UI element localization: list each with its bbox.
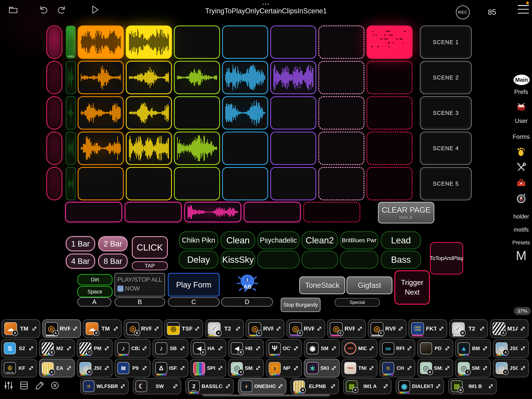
sidebar-compass-icon[interactable] [516,193,526,204]
tone-preset-bass[interactable]: Bass [381,251,421,268]
clip-slot[interactable] [174,61,220,94]
clip-slot[interactable] [367,25,412,59]
space-button[interactable]: Space [77,286,113,297]
clip-slot[interactable] [78,167,124,200]
track-monitor[interactable]: Aida [66,25,76,59]
track-monitor[interactable] [66,167,76,200]
sidebar-tools-icon[interactable] [516,162,526,173]
to-top-and-play-button[interactable]: ToTopAndPlay [430,242,463,274]
plugin-chip-rvrb[interactable]: ◎FRVRB [368,319,406,338]
clip-slot[interactable] [78,96,124,130]
track-monitor[interactable] [66,96,76,130]
track-monitor[interactable] [66,132,76,165]
plugin-chip-rvrb[interactable]: ◎BRVRB [124,319,162,338]
plugin-chip-t2[interactable]: ✓BT2 [449,319,488,338]
plugin-chip-cb2[interactable]: ♪CB2 [115,339,150,358]
plugin-chip-ea[interactable]: AEA [39,359,75,377]
plugin-chip-jso[interactable]: ☺CJSO [493,359,529,377]
scene-button-2[interactable]: SCENE 2 [420,61,472,94]
clip-slot[interactable] [318,25,364,59]
plugin-chip-sm[interactable]: ◉SM [304,339,340,358]
clip-slot[interactable] [126,96,172,130]
clip-slot[interactable] [318,167,364,200]
clip-launcher[interactable] [46,132,62,165]
plugin-chip-tng[interactable]: TINGTNG [342,359,377,377]
plugin-chip-tm[interactable]: ☁BTM [83,319,122,338]
clip-launcher[interactable] [46,25,62,59]
sidebar-item-presets[interactable]: Presets [510,240,532,246]
sidebar-item-forms[interactable]: Forms [510,133,532,140]
clip-slot[interactable] [367,61,412,94]
trigger-next-button[interactable]: Trigger Next [394,270,430,305]
plugin-chip-oct[interactable]: ΨOCT [266,339,302,358]
tap-button[interactable]: TAP [132,261,168,270]
scene-button-3[interactable]: SCENE 3 [420,96,472,130]
plugin-chip-rvrb[interactable]: ◎DRVRB [286,319,325,338]
clip-slot[interactable] [270,61,316,94]
play-form-button[interactable]: Play Form [168,273,220,297]
clip-slot[interactable] [174,25,220,59]
plugin-chip-tspm[interactable]: ◎TSPM [164,319,203,338]
sidebar-drum-icon[interactable] [516,102,526,113]
bottom-clip-slot[interactable] [244,202,301,222]
group-button-b[interactable]: B [114,297,165,307]
plugin-chip-tm[interactable]: ☁ATM [1,319,40,338]
clip-slot[interactable] [270,167,316,200]
tone-preset-empty[interactable] [257,251,299,268]
tone-preset-kisssky[interactable]: KissSky [221,251,255,268]
tone-preset-clean2[interactable]: Clean2 [302,231,338,249]
tone-preset-lead[interactable]: Lead [381,231,421,249]
plugin-chip-hb[interactable]: ◀BHB [228,339,264,358]
tempo-value[interactable]: 85 [483,8,501,16]
clip-slot[interactable] [78,25,124,59]
clip-slot[interactable] [367,167,412,200]
plugin-chip-sm2[interactable]: ◎ASM2 [228,359,264,377]
plugin-chip-sm2[interactable]: ◎BSM2 [417,359,453,377]
plugin-chip-ch[interactable]: ≡CH [380,359,415,377]
plugin-chip-m2[interactable]: BM2 [39,339,75,358]
plugin-chip-sb[interactable]: ♪SB [152,339,188,358]
plugin-chip-skk[interactable]: ∗SKK [304,359,340,377]
home-indicator[interactable] [202,394,330,397]
scene-button-1[interactable]: SCENE 1 [420,25,472,59]
clip-slot[interactable] [174,96,220,130]
sidebar-item-motifs[interactable]: motifs [510,227,532,233]
dirt-button[interactable]: Dirt [77,274,113,285]
plugin-chip-t2[interactable]: ✓AT2 [205,319,244,338]
clip-launcher[interactable] [46,96,62,130]
clip-slot[interactable] [270,96,316,130]
plugin-chip-bm[interactable]: ▲BM [455,339,491,358]
gigfast-button[interactable]: Gigfast [346,276,393,294]
clip-slot[interactable] [222,132,268,165]
sidebar-item-prefs[interactable]: Prefs [510,89,532,95]
plugin-chip-mid[interactable]: MIDIMID [342,339,377,358]
plugin-chip-spc[interactable]: SPC [190,359,226,377]
plugin-chip-p9[interactable]: ≋P9 [115,359,150,377]
group-button-a[interactable]: A [77,297,111,307]
bottom-clip-slot[interactable] [65,202,122,222]
sidebar-toolbox-icon[interactable] [516,177,526,188]
clip-slot[interactable] [126,132,172,165]
clip-launcher[interactable] [46,61,62,94]
stop-burgandy-button[interactable]: Stop Burgandy [281,298,321,312]
clip-slot[interactable] [318,61,364,94]
tone-preset-empty[interactable] [340,251,378,268]
tone-preset-britblues-pwr[interactable]: BritBlues Pwr [340,231,378,249]
plugin-chip-jso[interactable]: ☺AJSO [493,339,529,358]
tone-preset-chikn-pikn[interactable]: Chikn Pikn [179,231,218,249]
group-button-d[interactable]: D [221,297,273,307]
clip-slot[interactable] [126,61,172,94]
scene-button-4[interactable]: SCENE 4 [420,132,472,165]
loop-length-2-bar[interactable]: 2 Bar [98,236,127,251]
loop-length-4-bar[interactable]: 4 Bar [66,254,95,269]
plugin-chip-m1a[interactable]: AM1A [490,319,529,338]
clip-slot[interactable] [270,25,316,59]
scene-button-5[interactable]: SCENE 5 [420,167,472,200]
plugin-chip-np[interactable]: ›NP [266,359,302,377]
plugin-chip-rvrb[interactable]: ◎ARVRB [42,319,81,338]
plugin-chip-fktk[interactable]: FAKE TAKEFKTK [408,319,447,338]
bottom-clip-slot[interactable] [303,202,360,222]
tone-preset-psychadelic[interactable]: Psychadelic [257,231,299,249]
tonestack-button[interactable]: ToneStack [299,276,345,294]
loop-length-1-bar[interactable]: 1 Bar [66,236,95,251]
